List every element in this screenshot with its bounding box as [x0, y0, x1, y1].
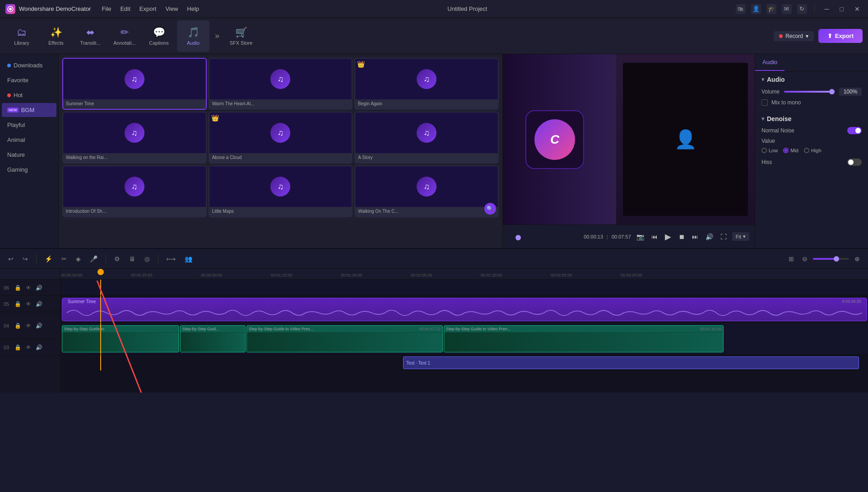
- split-button[interactable]: ⚡: [42, 253, 55, 264]
- fullscreen-button[interactable]: ⛶: [719, 232, 729, 241]
- sidebar-item-downloads[interactable]: Downloads: [2, 58, 56, 72]
- menu-edit[interactable]: Edit: [120, 5, 130, 12]
- shop-icon[interactable]: 🛍: [736, 4, 746, 14]
- record-dropdown-icon[interactable]: ▾: [806, 33, 808, 39]
- lock-03-button[interactable]: 🔒: [14, 343, 22, 351]
- sidebar-item-playful[interactable]: Playful: [2, 118, 56, 132]
- radio-high[interactable]: High: [804, 148, 822, 153]
- record-dot-icon: [779, 34, 783, 38]
- hiss-toggle[interactable]: [847, 159, 862, 166]
- normal-noise-toggle[interactable]: [847, 127, 862, 134]
- stop-button[interactable]: ⏹: [677, 232, 687, 241]
- sidebar-item-favorite[interactable]: Favorite: [2, 73, 56, 87]
- media-card-summer-time[interactable]: ♫ Summer Time: [62, 58, 207, 110]
- eye-03-button[interactable]: 👁: [25, 343, 32, 351]
- tab-audio[interactable]: Audio: [755, 54, 784, 71]
- video-clip-1[interactable]: Step-by-Step Guide to: [62, 325, 179, 352]
- motion-button[interactable]: ⚙: [111, 253, 123, 264]
- media-card-little-maps[interactable]: ♫ Little Maps: [209, 165, 353, 217]
- lock-05-button[interactable]: 🔒: [14, 300, 22, 308]
- camera-capture-button[interactable]: 📷: [635, 232, 646, 241]
- volume-slider[interactable]: [784, 91, 835, 93]
- record-button[interactable]: Record ▾: [774, 31, 814, 41]
- screen-button[interactable]: 🖥: [126, 253, 138, 264]
- menu-view[interactable]: View: [165, 5, 178, 12]
- video-clip-4[interactable]: Step-by-Step Guide to Video Pren... 00:0…: [444, 325, 724, 352]
- skip-back-button[interactable]: ⏮: [650, 232, 659, 241]
- search-button[interactable]: 🔍: [484, 203, 496, 215]
- trim-button[interactable]: ⟼: [164, 253, 178, 264]
- text-clip-1[interactable]: Text · Text 1: [403, 356, 859, 369]
- radio-low-button[interactable]: [761, 148, 767, 153]
- denoise-section-header[interactable]: ▾ Denoise: [761, 115, 862, 122]
- tool-transitions[interactable]: ⬌ Transiti...: [74, 20, 107, 52]
- tool-effects[interactable]: ✨ Effects: [40, 20, 72, 52]
- mail-icon[interactable]: ✉: [782, 4, 792, 14]
- close-button[interactable]: ✕: [852, 5, 863, 13]
- audio-clip-name: Summer Time: [68, 299, 96, 304]
- sidebar-item-nature[interactable]: Nature: [2, 148, 56, 162]
- audio-clip-summer-time[interactable]: Summer Time 0:03:26:25: [62, 298, 867, 321]
- audio-05-button[interactable]: 🔊: [35, 300, 43, 308]
- audio-section-header[interactable]: ▾ Audio: [761, 76, 862, 83]
- fit-button[interactable]: Fit ▾: [732, 232, 749, 241]
- radio-mid-button[interactable]: [783, 148, 789, 153]
- media-card-intro[interactable]: ♫ Introduction Of Sh...: [62, 165, 207, 217]
- tool-annotations[interactable]: ✏ Annotati...: [108, 20, 141, 52]
- audio-03-button[interactable]: 🔊: [35, 343, 43, 351]
- export-button[interactable]: ⬆ Export: [818, 29, 863, 43]
- mix-to-mono-checkbox[interactable]: [761, 99, 768, 106]
- education-icon[interactable]: 🎓: [766, 4, 776, 14]
- cut-button[interactable]: ✂: [59, 253, 70, 264]
- sync-icon[interactable]: ↻: [797, 4, 807, 14]
- tool-library[interactable]: 🗂 Library: [5, 20, 38, 52]
- sidebar-item-hot[interactable]: Hot: [2, 88, 56, 102]
- redo-button[interactable]: ↪: [20, 253, 31, 264]
- media-card-a-story[interactable]: ♫ A Story: [354, 112, 499, 164]
- zoom-out-button[interactable]: ⊖: [799, 253, 810, 264]
- lock-06-button[interactable]: 🔒: [14, 284, 22, 292]
- zoom-fit-button[interactable]: ⊞: [786, 253, 797, 264]
- tool-sfx-store[interactable]: 🛒 SFX Store: [225, 20, 257, 52]
- tool-captions[interactable]: 💬 Captions: [143, 20, 175, 52]
- volume-button[interactable]: 🔊: [704, 232, 715, 241]
- menu-export[interactable]: Export: [139, 5, 157, 12]
- menu-file[interactable]: File: [102, 5, 111, 12]
- media-card-begin-again[interactable]: 👑 ♫ Begin Again: [354, 58, 499, 110]
- tool-audio[interactable]: 🎵 Audio: [177, 20, 209, 52]
- lock-04-button[interactable]: 🔒: [14, 322, 22, 330]
- sidebar-item-animal[interactable]: Animal: [2, 133, 56, 147]
- more-tools-button[interactable]: »: [211, 28, 223, 44]
- audio-06-button[interactable]: 🔊: [35, 284, 43, 292]
- media-card-warm-heart[interactable]: ♫ Warm The Heart-Al...: [209, 58, 353, 110]
- video-clip-4-duration: 00:01:16:16: [700, 327, 721, 331]
- menu-help[interactable]: Help: [187, 5, 199, 12]
- video-clip-2[interactable]: Step-by-Step Guid...: [180, 325, 246, 352]
- skip-forward-button[interactable]: ⏭: [690, 232, 700, 241]
- audio-04-button[interactable]: 🔊: [35, 322, 43, 330]
- radio-high-button[interactable]: [804, 148, 809, 153]
- sidebar-item-gaming[interactable]: Gaming: [2, 163, 56, 177]
- radio-mid[interactable]: Mid: [783, 148, 798, 153]
- group-button[interactable]: 👥: [182, 253, 195, 264]
- sidebar-item-bgm[interactable]: NEW BGM: [2, 103, 56, 117]
- media-card-walking-cloud[interactable]: ♫ Walking On The C... 🔍: [354, 165, 499, 217]
- media-card-above-cloud[interactable]: 👑 ♫ Above a Cloud: [209, 112, 353, 164]
- media-card-walking-rain[interactable]: ♫ Walking on the Rai...: [62, 112, 207, 164]
- maximize-button[interactable]: □: [837, 5, 846, 13]
- radio-low[interactable]: Low: [761, 148, 778, 153]
- undo-button[interactable]: ↩: [5, 253, 16, 264]
- eye-05-button[interactable]: 👁: [25, 300, 32, 308]
- effect-button[interactable]: ◎: [142, 253, 153, 264]
- minimize-button[interactable]: ─: [822, 5, 832, 13]
- play-button[interactable]: ▶: [663, 231, 673, 243]
- eye-06-button[interactable]: 👁: [25, 284, 32, 292]
- mic-button[interactable]: 🎤: [87, 253, 100, 264]
- collapse-icon: ▾: [761, 116, 764, 122]
- video-clip-3[interactable]: Step-by-Step Guide to Video Pres... 00:0…: [246, 325, 443, 352]
- zoom-slider[interactable]: [813, 258, 849, 260]
- marker-button[interactable]: ◈: [73, 253, 84, 264]
- zoom-in-button[interactable]: ⊕: [852, 253, 863, 264]
- eye-04-button[interactable]: 👁: [25, 322, 32, 330]
- account-icon[interactable]: 👤: [751, 4, 761, 14]
